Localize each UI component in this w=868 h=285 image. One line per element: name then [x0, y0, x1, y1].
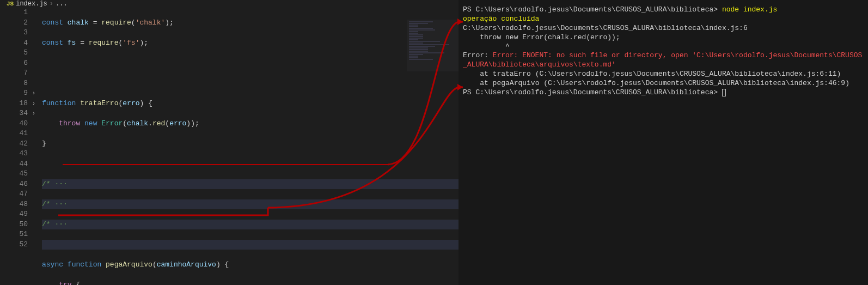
line-number: 50 — [0, 220, 28, 230]
line-number: 3 — [0, 28, 28, 38]
code-line[interactable] — [42, 240, 459, 250]
code-line[interactable] — [42, 159, 459, 169]
breadcrumb-file[interactable]: index.js — [16, 0, 47, 8]
terminal-line[interactable]: PS C:\Users\rodolfo.jesus\Documents\CRUS… — [463, 88, 864, 98]
terminal-line[interactable]: C:\Users\rodolfo.jesus\Documents\CRUSOS_… — [463, 24, 864, 33]
line-number: 44 — [0, 159, 28, 169]
terminal-line[interactable]: PS C:\Users\rodolfo.jesus\Documents\CRUS… — [463, 5, 864, 15]
code-area[interactable]: const chalk = require('chalk'); const fs… — [30, 8, 459, 285]
breadcrumb-rest: ... — [56, 0, 68, 8]
line-number: 47 — [0, 189, 28, 199]
line-number: 51 — [0, 229, 28, 240]
line-number: 4 — [0, 38, 28, 48]
line-number: 5 — [0, 48, 28, 58]
code-line[interactable] — [42, 78, 459, 89]
line-number: 8 — [0, 78, 28, 89]
line-number: 7 — [0, 68, 28, 78]
chevron-right-icon[interactable]: › — [32, 99, 35, 110]
code-line[interactable]: function trataErro(erro) { — [42, 99, 459, 109]
line-number: 6 — [0, 58, 28, 69]
code-line[interactable]: } — [42, 139, 459, 149]
code-line[interactable]: const fs = require('fs'); — [42, 38, 459, 48]
line-number: 42 — [0, 139, 28, 149]
breadcrumb-sep: › — [50, 0, 53, 8]
line-number: 9› — [0, 88, 28, 99]
line-number-gutter: 1 2 3 4 5 6 7 8 9› 18› 34› 40 41 42 43 4… — [0, 8, 30, 285]
line-number: 41 — [0, 129, 28, 139]
line-number: 48 — [0, 199, 28, 210]
line-number: 45 — [0, 169, 28, 179]
code-line[interactable]: try { — [42, 280, 459, 286]
line-number: 1 — [0, 8, 28, 18]
line-number: 52 — [0, 240, 28, 250]
terminal-line[interactable]: ^ — [463, 43, 864, 52]
terminal-line[interactable]: Error: Error: ENOENT: no such file or di… — [463, 51, 864, 70]
line-number: 43 — [0, 149, 28, 159]
line-number: 18› — [0, 99, 28, 109]
terminal-cursor — [722, 89, 726, 96]
folded-region[interactable]: /* ··· — [42, 199, 459, 210]
minimap[interactable] — [407, 20, 459, 71]
line-number: 46 — [0, 179, 28, 190]
line-number: 49 — [0, 209, 28, 220]
terminal-pane[interactable]: PS C:\Users\rodolfo.jesus\Documents\CRUS… — [459, 0, 868, 285]
chevron-right-icon[interactable]: › — [32, 109, 35, 119]
js-icon: JS — [7, 1, 14, 7]
terminal-line[interactable]: at trataErro (C:\Users\rodolfo.jesus\Doc… — [463, 70, 864, 79]
code-line[interactable] — [42, 58, 459, 69]
line-number: 2 — [0, 18, 28, 28]
breadcrumb[interactable]: JS index.js › ... — [0, 0, 459, 8]
code-line[interactable]: const chalk = require('chalk'); — [42, 18, 459, 28]
folded-region[interactable]: /* ··· — [42, 220, 459, 230]
code-line[interactable]: throw new Error(chalk.red(erro)); — [42, 119, 459, 129]
folded-region[interactable]: /* ··· — [42, 179, 459, 190]
editor-pane: JS index.js › ... 1 2 3 4 5 6 7 8 9› 18›… — [0, 0, 459, 285]
terminal-line[interactable]: at pegaArquivo (C:\Users\rodolfo.jesus\D… — [463, 79, 864, 88]
chevron-right-icon[interactable]: › — [32, 89, 35, 99]
terminal-line[interactable]: throw new Error(chalk.red(erro)); — [463, 33, 864, 43]
editor-body[interactable]: 1 2 3 4 5 6 7 8 9› 18› 34› 40 41 42 43 4… — [0, 8, 459, 285]
line-number: 40 — [0, 119, 28, 129]
terminal-line[interactable]: operação concluída — [463, 15, 864, 24]
code-line[interactable]: async function pegaArquivo(caminhoArquiv… — [42, 260, 459, 270]
line-number: 34› — [0, 108, 28, 119]
